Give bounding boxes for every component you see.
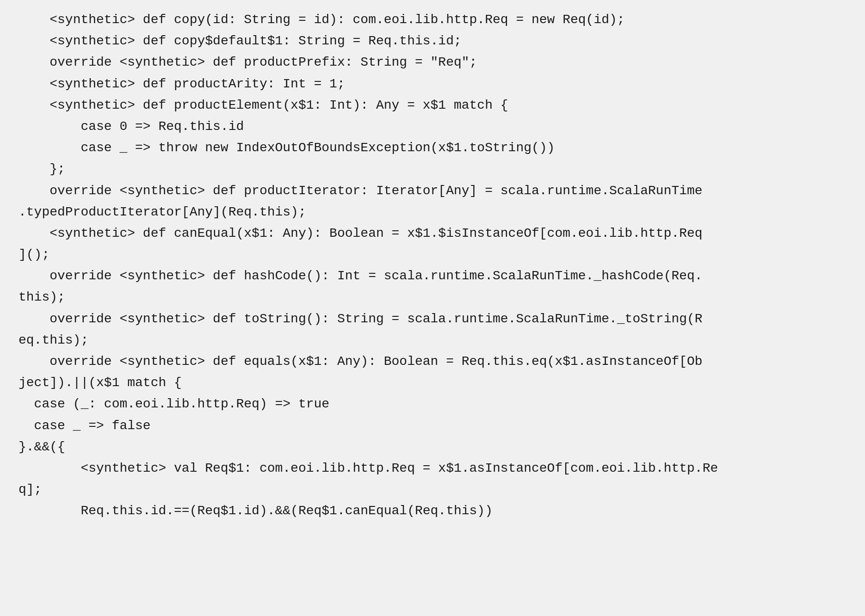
code-container: <synthetic> def copy(id: String = id): c…	[0, 0, 865, 616]
code-block: <synthetic> def copy(id: String = id): c…	[19, 9, 846, 522]
